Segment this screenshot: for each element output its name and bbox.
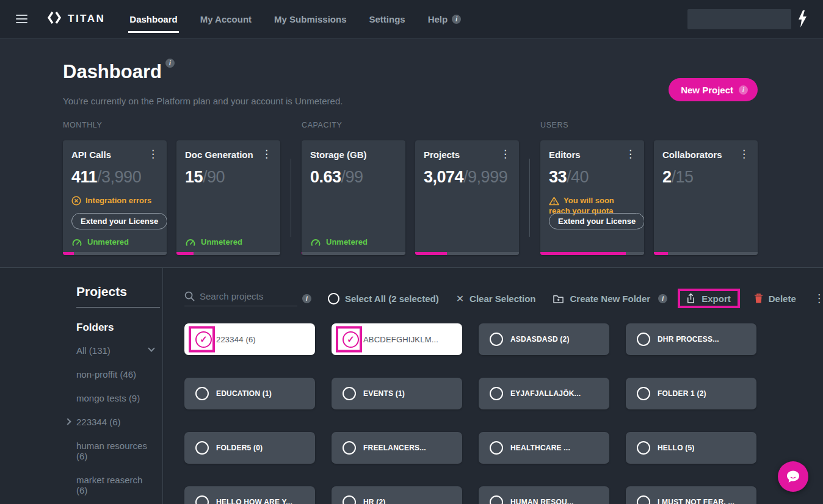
folder-card[interactable]: ✓ DHR PROCESS... xyxy=(626,323,756,355)
brand-logo[interactable]: TITAN xyxy=(46,10,105,28)
nav-search-input[interactable] xyxy=(687,9,791,29)
section-divider xyxy=(529,159,530,237)
folder-checkbox[interactable]: ✓ xyxy=(637,333,650,346)
folder-checkbox[interactable]: ✓ xyxy=(343,495,356,504)
lightning-bolt-icon[interactable] xyxy=(797,10,808,31)
stats-area: MONTHLY API Calls ⋮ 411/3,990 Integratio… xyxy=(63,121,823,261)
clear-selection-button[interactable]: ✕ Clear Selection xyxy=(456,293,536,304)
folder-label: EVENTS (1) xyxy=(363,389,405,398)
kebab-menu-icon[interactable]: ⋮ xyxy=(625,149,636,159)
sidebar-folder-item[interactable]: mongo tests (9) xyxy=(76,393,155,403)
stats-group-users: USERS Editors ⋮ 33/40 You will soon reac… xyxy=(540,121,758,255)
folder-filter-list: All (131) non-proffit (46) mongo tests (… xyxy=(76,345,155,504)
nav-tab-my-account[interactable]: My Account xyxy=(199,0,253,38)
folder-card[interactable]: ✓ ASDASDASD (2) xyxy=(479,323,609,355)
project-search-field[interactable] xyxy=(184,291,297,306)
nav-tab-my-submissions[interactable]: My Submissions xyxy=(273,0,347,38)
chevron-down-icon[interactable] xyxy=(148,345,154,351)
select-all-button[interactable]: Select All (2 selected) xyxy=(328,293,439,304)
kebab-menu-icon[interactable]: ⋮ xyxy=(500,149,510,159)
dashboard-section: Dashboardi You're currently on the Platf… xyxy=(0,39,823,267)
projects-sidebar: Projects Folders All (131) non-proffit (… xyxy=(0,268,163,504)
folder-checkbox[interactable]: ✓ xyxy=(343,441,356,455)
group-label: MONTHLY xyxy=(63,121,280,129)
stat-card-storage: Storage (GB) 0.63/99 Unmetered xyxy=(302,140,405,255)
folder-card[interactable]: ✓ FOLDER5 (0) xyxy=(184,432,315,464)
extend-license-button[interactable]: Extend your License xyxy=(71,213,167,229)
folder-checkbox[interactable]: ✓ xyxy=(637,387,650,400)
plan-subtitle: You're currently on the Platform plan an… xyxy=(63,96,343,106)
folder-label: EYJAFJALLAJÖK... xyxy=(510,389,581,398)
folder-checkbox[interactable]: ✓ xyxy=(637,495,650,504)
folder-card[interactable]: ✓ HEALTHCARE ... xyxy=(479,432,609,464)
usage-value: 3,074/9,999 xyxy=(424,168,510,187)
folder-checkbox[interactable]: ✓ xyxy=(343,387,356,400)
chevron-right-icon xyxy=(64,418,71,425)
folder-card[interactable]: ✓ FOLDER 1 (2) xyxy=(626,378,756,409)
folder-card[interactable]: ✓ FREELANCERS... xyxy=(332,432,462,464)
folder-checkbox[interactable]: ✓ xyxy=(195,495,209,504)
folder-card[interactable]: ✓ ABCDEFGHIJKLM... xyxy=(332,323,462,355)
folder-label: FOLDER5 (0) xyxy=(216,444,263,452)
gauge-icon xyxy=(310,238,321,247)
folder-label: ASDASDASD (2) xyxy=(510,335,570,344)
stat-card-api-calls: API Calls ⋮ 411/3,990 Integration errors… xyxy=(63,140,167,255)
folder-label: HR (2) xyxy=(363,498,386,504)
error-circle-icon xyxy=(71,196,81,206)
folder-card[interactable]: ✓ I MUST NOT FEAR. ... xyxy=(626,486,756,504)
folder-checkbox[interactable]: ✓ xyxy=(195,387,209,400)
kebab-menu-icon[interactable]: ⋮ xyxy=(814,292,823,305)
kebab-menu-icon[interactable]: ⋮ xyxy=(261,149,272,159)
sidebar-folder-item[interactable]: 223344 (6) xyxy=(76,417,155,427)
info-icon: i xyxy=(165,59,175,68)
kebab-menu-icon[interactable]: ⋮ xyxy=(739,149,749,159)
folder-checkbox[interactable]: ✓ xyxy=(637,441,650,455)
search-projects-input[interactable] xyxy=(200,291,297,301)
chat-bubble-icon xyxy=(785,468,802,485)
checkbox-highlight-annotation xyxy=(189,326,215,353)
nav-tab-dashboard[interactable]: Dashboard xyxy=(128,0,178,38)
new-project-button[interactable]: New Projecti xyxy=(669,78,758,101)
usage-value: 411/3,990 xyxy=(71,168,158,187)
folder-label: DHR PROCESS... xyxy=(658,335,719,344)
projects-toolbar: i Select All (2 selected) ✕ Clear Select… xyxy=(184,286,823,311)
folder-label: HUMAN RESOU... xyxy=(510,498,573,504)
sidebar-folder-item[interactable]: human resources (6) xyxy=(76,441,155,461)
folder-label: HELLO (5) xyxy=(658,444,694,452)
usage-progress-bar xyxy=(63,252,167,255)
projects-content: i Select All (2 selected) ✕ Clear Select… xyxy=(164,268,823,504)
create-new-folder-button[interactable]: Create New Folder xyxy=(553,293,650,304)
sidebar-folder-item[interactable]: All (131) xyxy=(76,345,155,356)
sidebar-folder-item[interactable]: non-proffit (46) xyxy=(76,369,155,380)
folder-card[interactable]: ✓ HELLO HOW ARE Y... xyxy=(184,486,315,504)
nav-tab-help[interactable]: Helpi xyxy=(427,0,463,38)
folder-card[interactable]: ✓ HR (2) xyxy=(332,486,462,504)
folder-checkbox[interactable]: ✓ xyxy=(490,333,503,346)
extend-license-button[interactable]: Extend your License xyxy=(549,213,644,229)
folder-card[interactable]: ✓ EYJAFJALLAJÖK... xyxy=(479,378,609,409)
sidebar-folder-item[interactable]: market reaserch (6) xyxy=(76,475,155,495)
folder-card[interactable]: ✓ EDUCATION (1) xyxy=(184,378,315,409)
kebab-menu-icon[interactable]: ⋮ xyxy=(148,149,158,159)
folder-card[interactable]: ✓ HELLO (5) xyxy=(626,432,756,464)
chat-widget-button[interactable] xyxy=(778,461,808,492)
hamburger-menu-icon[interactable] xyxy=(16,12,27,26)
integration-errors-alert[interactable]: Integration errors xyxy=(71,195,158,206)
folder-checkbox[interactable]: ✓ xyxy=(490,495,503,504)
titan-logo-icon xyxy=(46,10,62,28)
folder-card[interactable]: ✓ 223344 (6) xyxy=(184,323,315,355)
folder-card[interactable]: ✓ HUMAN RESOU... xyxy=(479,486,609,504)
folder-checkbox[interactable]: ✓ xyxy=(195,441,209,455)
select-all-circle-icon[interactable] xyxy=(328,293,339,304)
folder-checkbox[interactable]: ✓ xyxy=(490,387,503,400)
folder-label: I MUST NOT FEAR. ... xyxy=(658,498,734,504)
group-label: CAPACITY xyxy=(302,121,519,129)
brand-name: TITAN xyxy=(68,13,105,25)
export-button[interactable]: Export xyxy=(686,293,731,304)
folder-card[interactable]: ✓ EVENTS (1) xyxy=(332,378,462,409)
folder-checkbox[interactable]: ✓ xyxy=(490,441,503,455)
unmetered-status: Unmetered xyxy=(185,237,242,247)
info-icon: i xyxy=(739,85,748,95)
nav-tab-settings[interactable]: Settings xyxy=(368,0,406,38)
delete-button[interactable]: Delete xyxy=(754,293,796,304)
